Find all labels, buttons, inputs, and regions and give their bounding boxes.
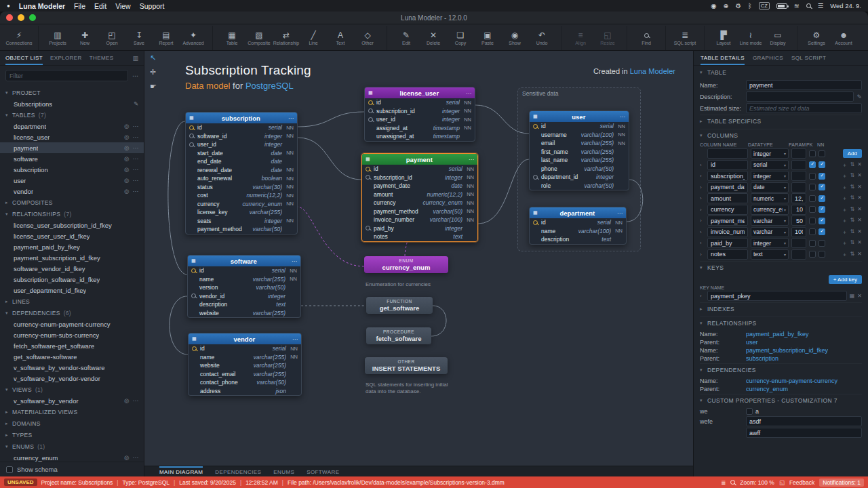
entity-column-row[interactable]: payment_methodvarchar(50): [186, 225, 297, 234]
entity-column-row[interactable]: currencycurrency_enumNN: [186, 200, 297, 209]
entity-column-row[interactable]: emailvarchar(255)NN: [530, 139, 629, 148]
column-param-input[interactable]: [791, 227, 806, 237]
entity-column-row[interactable]: amountnumeric(12,2)NN: [362, 190, 477, 199]
entity-column-row[interactable]: addressjson: [189, 387, 301, 396]
entity-menu-icon[interactable]: ⋯: [617, 210, 623, 216]
tree-item-fetch-software-get-software[interactable]: fetch_software-get_software: [0, 340, 144, 351]
tree-section-relationships[interactable]: ▾RELATIONSHIPS(7): [0, 208, 144, 220]
nn-checkbox[interactable]: [818, 228, 825, 235]
visibility-eye-icon[interactable]: ◎: [124, 397, 129, 404]
estimated-size-input[interactable]: [746, 103, 862, 113]
entity-column-row[interactable]: renewal_datedateNN: [186, 166, 297, 175]
reorder-icon[interactable]: ⇅: [850, 184, 855, 191]
delete-key-icon[interactable]: ✕: [857, 293, 862, 299]
visibility-eye-icon[interactable]: ◎: [124, 155, 129, 162]
sidebar-tab-object-list[interactable]: OBJECT LIST: [5, 52, 43, 65]
toolbar-projects-button[interactable]: ▥Projects: [44, 26, 71, 50]
entity-column-row[interactable]: descriptiontext: [188, 300, 300, 309]
entity-column-row[interactable]: seatsintegerNN: [186, 217, 297, 226]
entity-column-row[interactable]: idserialNN: [188, 266, 300, 275]
entity-menu-icon[interactable]: ⋯: [292, 336, 298, 342]
diagram-tab-enums[interactable]: ENUMS: [273, 466, 294, 476]
entity-header[interactable]: ▦vendor⋯: [189, 333, 301, 344]
toolbar-sql-script-button[interactable]: ≣SQL script: [671, 26, 698, 50]
relationship-line-1[interactable]: [298, 138, 361, 180]
nn-checkbox[interactable]: [818, 206, 825, 213]
pk-checkbox[interactable]: [809, 228, 816, 235]
tree-item-currency-enum-subs-currency[interactable]: currency-enum-subs-currency: [0, 329, 144, 340]
nn-checkbox[interactable]: [818, 218, 825, 224]
tree-item-license-user-user-id-fkey[interactable]: license_user_user_id_fkey: [0, 230, 144, 241]
add-below-icon[interactable]: ＋: [842, 172, 848, 180]
record-icon[interactable]: ◉: [711, 2, 716, 9]
datatype-select[interactable]: currency_enum▾: [751, 205, 789, 215]
entity-column-row[interactable]: statusvarchar(30)NN: [186, 183, 297, 192]
delete-column-icon[interactable]: ✕: [857, 217, 862, 224]
visibility-eye-icon[interactable]: ◎: [124, 144, 129, 151]
pk-checkbox[interactable]: [809, 251, 816, 258]
entity-column-row[interactable]: currencycurrency_enumNN: [362, 199, 477, 207]
toolbar-line-button[interactable]: ╱Line: [300, 26, 327, 50]
entity-column-row[interactable]: subscription_idintegerNN: [362, 174, 477, 182]
column-name-input[interactable]: [707, 160, 748, 170]
toolbar-display-button[interactable]: ▭Display: [764, 26, 791, 50]
tree-item-software-vendor-id-fkey[interactable]: software_vendor_id_fkey: [0, 263, 144, 274]
entity-column-row[interactable]: contact_emailvarchar(255): [189, 370, 301, 379]
entity-column-row[interactable]: namevarchar(255)NN: [189, 353, 301, 362]
entity-column-row[interactable]: namevarchar(255)NN: [188, 275, 300, 284]
toolbar-account-button[interactable]: ☻Account: [830, 26, 857, 50]
reorder-icon[interactable]: ⇅: [850, 217, 855, 224]
created-in-brand[interactable]: Luna Modeler: [630, 67, 675, 75]
toolbar-save-button[interactable]: ↧Save: [125, 26, 153, 50]
entity-menu-icon[interactable]: ⋯: [466, 90, 471, 96]
entity-column-row[interactable]: end_datedate: [186, 157, 297, 166]
relationship-line-3[interactable]: [478, 159, 529, 224]
delete-column-icon[interactable]: ✕: [857, 161, 862, 169]
pk-checkbox[interactable]: [809, 173, 816, 180]
tree-item-license-user[interactable]: license_user◎⋯: [0, 131, 144, 142]
sidebar-tab-themes[interactable]: THEMES: [90, 52, 114, 65]
reorder-icon[interactable]: ⇅: [850, 172, 855, 180]
key-columns-icon[interactable]: ▦: [850, 293, 855, 299]
tree-section-project[interactable]: ▾PROJECT: [0, 87, 144, 98]
control-center-icon[interactable]: ☰: [818, 2, 824, 9]
bluetooth-icon[interactable]: ᛒ: [748, 2, 752, 9]
pk-checkbox[interactable]: [809, 240, 816, 247]
entity-column-row[interactable]: versionvarchar(50): [188, 283, 300, 292]
tree-section-tables[interactable]: ▾TABLES(7): [0, 109, 144, 121]
edit-pencil-icon[interactable]: ✎: [134, 100, 138, 107]
more-options-icon[interactable]: ⋯: [133, 397, 139, 404]
toolbar-settings-button[interactable]: ⚙Settings: [803, 26, 830, 50]
tree-item-department[interactable]: department◎⋯: [0, 121, 144, 131]
edit-description-icon[interactable]: ✎: [856, 94, 862, 100]
visibility-eye-icon[interactable]: ◎: [124, 123, 129, 129]
tree-section-domains[interactable]: ▸DOMAINS: [0, 418, 144, 429]
visibility-eye-icon[interactable]: ◎: [124, 454, 129, 461]
feedback-link[interactable]: Feedback: [789, 479, 814, 486]
fit-screen-icon[interactable]: ◱: [779, 479, 785, 486]
select-tool[interactable]: ↖: [150, 54, 157, 62]
add-below-icon[interactable]: ＋: [842, 206, 848, 214]
zoom-list-icon[interactable]: ≣: [721, 479, 726, 486]
pk-checkbox[interactable]: [809, 195, 816, 202]
tree-item-currency-enum[interactable]: currency_enum◎⋯: [0, 452, 144, 462]
section-keys[interactable]: ▾ KEYS: [700, 261, 862, 274]
tree-section-enums[interactable]: ▾ENUMS(1): [0, 441, 144, 452]
diagram-tab-dependencies[interactable]: DEPENDENCIES: [215, 466, 261, 476]
reorder-icon[interactable]: ⇅: [850, 206, 855, 214]
datatype-select[interactable]: integer▾: [751, 171, 789, 181]
section-dependencies[interactable]: ▾ DEPENDENCIES: [700, 363, 862, 376]
toolbar-layout-button[interactable]: ▛Layout: [710, 26, 737, 50]
gear-icon[interactable]: ⚙: [735, 2, 741, 9]
column-name-input[interactable]: [707, 238, 748, 248]
entity-column-row[interactable]: last_namevarchar(255): [530, 156, 629, 165]
add-key-button[interactable]: + Add key: [829, 275, 862, 284]
menu-item-support[interactable]: Support: [140, 2, 165, 10]
tree-section-types[interactable]: ▸TYPES: [0, 429, 144, 441]
entity-column-row[interactable]: software_idintegerNN: [186, 132, 297, 141]
entity-menu-icon[interactable]: ⋯: [469, 157, 474, 163]
entity-column-row[interactable]: paid_byinteger: [362, 224, 477, 233]
tree-section-composites[interactable]: ▸COMPOSITES: [0, 197, 144, 208]
key-name-input[interactable]: [707, 291, 847, 301]
entity-column-row[interactable]: idserialNN: [530, 122, 629, 131]
